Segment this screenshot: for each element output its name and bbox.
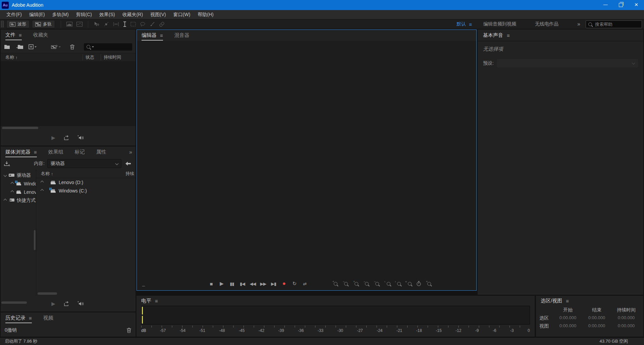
tree-item-shortcuts[interactable]: 快捷方式 (1, 196, 36, 205)
marquee-selection-tool-icon[interactable] (130, 22, 136, 26)
content-dropdown[interactable]: 驱动器 (47, 159, 121, 168)
menu-item[interactable]: 效果(S) (96, 12, 119, 18)
zoom-to-out-point-button[interactable]: › (394, 280, 402, 288)
hscrollbar-thumb[interactable] (2, 127, 38, 129)
level-meter[interactable] (141, 306, 530, 325)
move-tool-icon[interactable] (94, 21, 100, 27)
waveform-view-button[interactable]: 波形 (6, 20, 30, 28)
fast-forward-button[interactable]: ▶▶ (259, 280, 268, 288)
preset-dropdown[interactable] (497, 59, 638, 67)
workspace-menu-icon[interactable]: ≡ (469, 21, 472, 27)
tree-item-drives[interactable]: 驱动器 (1, 171, 36, 179)
tab-favorites[interactable]: 收藏夹 (33, 30, 48, 41)
lasso-selection-tool-icon[interactable] (140, 22, 146, 27)
panel-menu-icon[interactable]: ≡ (160, 33, 163, 38)
menu-item[interactable]: 窗口(W) (170, 12, 194, 18)
zoom-full-button[interactable]: + (425, 280, 433, 288)
workspace-tab-default[interactable]: 默认 ≡ (457, 21, 472, 27)
new-file-button[interactable] (29, 44, 37, 49)
zoom-out-time-button[interactable]: − (363, 280, 371, 288)
slip-tool-icon[interactable] (113, 22, 119, 26)
column-status[interactable]: 状态 (83, 54, 101, 60)
razor-tool-icon[interactable] (104, 21, 109, 27)
view-duration-value[interactable]: 0:00.000 (611, 323, 641, 329)
close-button[interactable]: × (629, 0, 644, 10)
panel-menu-icon[interactable]: ≡ (155, 298, 158, 304)
menu-item[interactable]: 视图(V) (147, 12, 170, 18)
delete-file-button[interactable] (70, 44, 75, 50)
files-search-field[interactable] (84, 43, 132, 51)
files-list-empty[interactable] (1, 62, 136, 126)
stop-button[interactable]: ■ (207, 280, 216, 288)
selection-start-value[interactable]: 0:00.000 (553, 315, 582, 321)
loop-playback-button[interactable] (63, 135, 69, 140)
timer-icon[interactable] (415, 280, 423, 288)
panel-menu-icon[interactable]: ≡ (507, 33, 510, 38)
skip-to-end-button[interactable]: ▶▮ (269, 280, 278, 288)
workspace-tab-edit-audio-to-video[interactable]: 编辑音频到视频 (483, 21, 516, 27)
panel-menu-icon[interactable]: ≡ (566, 298, 569, 304)
editor-canvas[interactable] (137, 41, 476, 277)
selection-end-value[interactable]: 0:00.000 (582, 315, 611, 321)
auto-play-volume-button[interactable] (77, 301, 85, 306)
clear-history-button[interactable] (126, 328, 131, 333)
tab-history[interactable]: 历史记录 ≡ (5, 312, 32, 324)
media-row-windows[interactable]: Windows (C:) (36, 186, 136, 195)
panel-overflow-icon[interactable]: » (129, 147, 132, 158)
play-button[interactable]: ▶ (51, 301, 55, 307)
menu-item[interactable]: 收藏夹(R) (119, 12, 147, 18)
tab-properties[interactable]: 属性 (96, 147, 106, 158)
tab-editor[interactable]: 编辑器 ≡ (142, 30, 163, 41)
media-list-empty[interactable] (36, 195, 136, 296)
back-button[interactable] (125, 162, 131, 166)
loop-playback-button[interactable] (63, 301, 69, 306)
tab-mixer[interactable]: 混音器 (174, 30, 190, 41)
import-file-button[interactable] (16, 44, 23, 49)
zoom-in-amplitude-button[interactable]: + (331, 280, 339, 288)
spectral-pitch-display-icon[interactable] (76, 22, 83, 26)
zoom-reset-button[interactable]: − (373, 280, 381, 288)
tree-vscrollbar-thumb[interactable] (34, 230, 36, 250)
chevron-right-icon[interactable] (4, 199, 7, 202)
tree-item-lenovo-d[interactable]: Lenovo (D:) (1, 188, 36, 196)
skip-to-start-button[interactable]: ▮◀ (238, 280, 247, 288)
play-button[interactable]: ▶ (217, 280, 226, 288)
zoom-to-in-point-button[interactable]: ‹ (383, 280, 391, 288)
multitrack-view-button[interactable]: 多轨 (32, 20, 55, 28)
record-button[interactable]: ● (279, 280, 288, 288)
chevron-right-icon[interactable] (11, 190, 14, 194)
tree-item-windows-c[interactable]: Windows (C:) (1, 179, 36, 188)
media-import-button[interactable] (4, 161, 10, 166)
pause-button[interactable]: ▮▮ (227, 280, 236, 288)
menu-item[interactable]: 编辑(E) (25, 12, 49, 18)
loop-playback-button[interactable]: ↻ (290, 280, 299, 288)
panel-menu-icon[interactable]: ≡ (34, 149, 37, 155)
column-duration[interactable]: 持续 (125, 171, 136, 177)
spectral-frequency-display-icon[interactable] (66, 22, 72, 26)
chevron-down-icon[interactable] (4, 174, 7, 177)
play-button[interactable]: ▶ (51, 135, 55, 141)
minimize-button[interactable]: — (598, 0, 613, 10)
rewind-button[interactable]: ◀◀ (248, 280, 257, 288)
zoom-out-amplitude-button[interactable]: − (342, 280, 350, 288)
menu-item[interactable]: 文件(F) (3, 12, 25, 18)
tab-markers[interactable]: 标记 (75, 147, 85, 158)
tab-files[interactable]: 文件 ≡ (5, 30, 22, 41)
view-end-value[interactable]: 0:00.000 (582, 323, 611, 329)
restore-button[interactable] (613, 0, 629, 10)
auto-play-volume-button[interactable] (77, 135, 85, 140)
menu-item[interactable]: 多轨(M) (49, 12, 72, 18)
column-name[interactable]: 名称 ↑ (36, 171, 53, 177)
chevron-right-icon[interactable] (11, 182, 14, 185)
time-display[interactable]: _ (142, 281, 146, 286)
panel-menu-icon[interactable]: ≡ (19, 32, 22, 38)
insert-into-multitrack-button[interactable] (51, 44, 61, 50)
paintbrush-selection-tool-icon[interactable] (150, 21, 155, 27)
workspace-tab-radio-production[interactable]: 无线电作品 (535, 21, 558, 27)
menu-item[interactable]: 剪辑(C) (72, 12, 96, 18)
selection-duration-value[interactable]: 0:00.000 (611, 315, 641, 321)
chevron-right-icon[interactable] (41, 181, 44, 184)
time-selection-tool-icon[interactable] (123, 21, 126, 27)
tree-hscrollbar-thumb[interactable] (1, 301, 27, 304)
column-name[interactable]: 名称 ↑ (1, 54, 83, 60)
